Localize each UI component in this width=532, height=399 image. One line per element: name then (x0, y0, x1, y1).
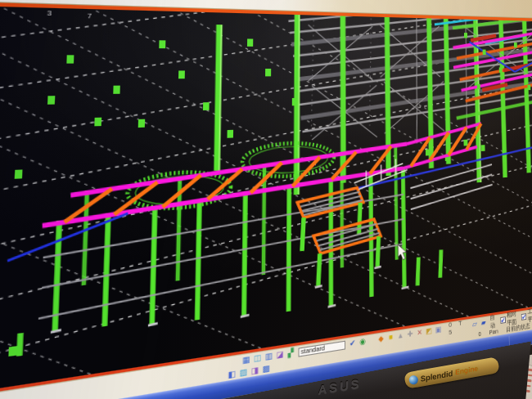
selection-switch-icon[interactable]: ▦ (241, 356, 250, 365)
snap-switch-icon[interactable]: ▣ (435, 325, 442, 334)
snap-switch-icon[interactable]: ◆ (377, 334, 385, 343)
status-row-icon[interactable]: ▩ (262, 365, 271, 374)
monitor-screen: ▱▢◡◡⊘⊠□○△✕⌐ΣZ✓ ↗◉T✶▣❚❚▤▥│⌐─⚑∕→»❘ (0, 0, 532, 399)
checkbox-check-icon: ✔ (500, 316, 506, 324)
snap-switch-icon[interactable]: ▲ (397, 331, 404, 340)
status-row-icon[interactable]: ▨ (239, 368, 248, 378)
photo-canvas: ▱▢◡◡⊘⊠□○△✕⌐ΣZ✓ ↗◉T✶▣❚❚▤▥│⌐─⚑∕→»❘ (0, 0, 532, 399)
toolbar-icon[interactable]: ∕ (495, 0, 503, 1)
selection-switch-icon[interactable]: ◪ (276, 350, 284, 360)
view-filter-icon[interactable]: ✔ (349, 339, 357, 348)
selection-switch-icon[interactable]: ▞ (286, 348, 295, 358)
view-filter-icon[interactable]: ◉ (358, 338, 367, 347)
status-row-icon[interactable]: ◨ (250, 366, 259, 376)
toolbar-icon[interactable]: » (520, 0, 528, 2)
plane-icon[interactable]: ▰ (480, 319, 486, 327)
toolbar-icons-right: ↗◉T✶▣❚❚▤▥│⌐─⚑∕→»❘ (313, 0, 532, 2)
steel-purlins (288, 6, 532, 149)
snap-switch-icon[interactable]: ■ (387, 333, 394, 342)
sticker-word: Engine (454, 364, 479, 376)
snap-switch-icon[interactable]: ✚ (407, 330, 414, 339)
sticker-word: Splendid (420, 368, 453, 383)
toolbar-icon[interactable]: ⚑ (482, 0, 490, 1)
plane-icons: ▱▰ (471, 319, 487, 329)
snap-switch-icon[interactable]: ◩ (426, 327, 433, 336)
status-zero: 0 (478, 330, 481, 338)
plane-icon[interactable]: ▱ (471, 320, 478, 328)
selection-switch-icon[interactable]: ▥ (264, 352, 273, 361)
grid-label: 3 (47, 8, 52, 16)
status-row-icon[interactable]: ◧ (228, 370, 237, 379)
toolbar-icon[interactable]: → (507, 0, 516, 2)
selection-switch-icon[interactable]: ◫ (253, 354, 262, 364)
snap-switch-icon[interactable]: ✕ (416, 329, 423, 338)
globe-icon (408, 374, 419, 385)
grid-label: 7 (88, 11, 92, 20)
checkbox-check-icon: ✔ (521, 313, 526, 321)
